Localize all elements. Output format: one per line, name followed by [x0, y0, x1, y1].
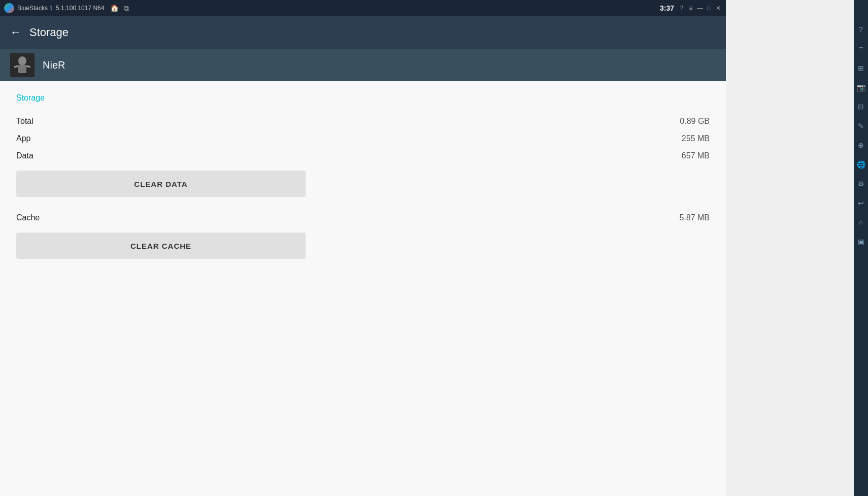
title-bar: BlueStacks 1 5.1.100.1017 N64 🏠 ⧉ 3:37 ?…	[0, 0, 726, 16]
total-value: 0.89 GB	[680, 117, 710, 126]
clear-cache-button[interactable]: CLEAR CACHE	[16, 233, 306, 259]
bluestacks-logo-icon	[4, 3, 14, 13]
back-button[interactable]: ←	[10, 26, 21, 39]
cache-row: Cache 5.87 MB	[16, 209, 710, 226]
app-info-bar: NieR	[0, 49, 726, 81]
minimize-button[interactable]: —	[696, 5, 704, 12]
maximize-button[interactable]: □	[706, 5, 713, 12]
data-value: 657 MB	[682, 151, 710, 160]
app-icon	[10, 53, 35, 77]
cache-value: 5.87 MB	[679, 213, 710, 222]
cache-section: Cache 5.87 MB CLEAR CACHE	[16, 209, 710, 259]
svg-line-3	[14, 66, 18, 67]
window-controls: ? ≡ — □ ✕	[678, 5, 722, 12]
app-header: ← Storage	[0, 16, 726, 49]
sidebar-help-icon[interactable]: ?	[854, 20, 868, 39]
total-label: Total	[16, 117, 34, 126]
cache-label: Cache	[16, 213, 40, 222]
sidebar-gear-icon[interactable]: ⚙	[854, 175, 868, 193]
close-button[interactable]: ✕	[715, 5, 722, 12]
app-icon-image	[10, 53, 35, 77]
svg-rect-2	[18, 65, 26, 73]
app-label: App	[16, 134, 30, 143]
sidebar-home-icon[interactable]: ○	[854, 213, 868, 232]
sidebar-grid-icon[interactable]: ⊞	[854, 59, 868, 77]
page-title: Storage	[29, 26, 69, 39]
help-button[interactable]: ?	[678, 5, 685, 12]
clock-display: 3:37	[660, 4, 674, 12]
sidebar-camera-icon[interactable]: 📷	[854, 78, 868, 96]
sidebar-menu-icon[interactable]: ≡	[854, 40, 868, 58]
section-title: Storage	[16, 93, 710, 103]
app-version: 5.1.100.1017 N64	[56, 5, 104, 12]
sidebar-layout-icon[interactable]: ⊟	[854, 97, 868, 116]
svg-point-1	[18, 56, 26, 65]
home-icon[interactable]: 🏠	[110, 4, 119, 12]
total-row: Total 0.89 GB	[16, 113, 710, 130]
sidebar-globe-icon[interactable]: 🌐	[854, 155, 868, 174]
sidebar-right: ? ≡ ⊞ 📷 ⊟ ✎ ⊕ 🌐 ⚙ ↩ ○ ▣	[854, 0, 868, 496]
copy-icon[interactable]: ⧉	[124, 4, 129, 13]
app-title: BlueStacks 1	[17, 5, 53, 12]
data-label: Data	[16, 151, 34, 160]
storage-content: Storage Total 0.89 GB App 255 MB Data 65…	[0, 81, 726, 496]
svg-line-4	[26, 66, 30, 67]
data-row: Data 657 MB	[16, 147, 710, 164]
title-bar-icons: 🏠 ⧉	[110, 4, 129, 13]
clear-data-button[interactable]: CLEAR DATA	[16, 171, 306, 197]
sidebar-add-icon[interactable]: ⊕	[854, 136, 868, 154]
sidebar-back-icon[interactable]: ↩	[854, 194, 868, 212]
app-row: App 255 MB	[16, 130, 710, 147]
sidebar-edit-icon[interactable]: ✎	[854, 117, 868, 135]
sidebar-recent-icon[interactable]: ▣	[854, 233, 868, 251]
menu-button[interactable]: ≡	[687, 5, 694, 12]
app-value: 255 MB	[682, 134, 710, 143]
app-logo: BlueStacks 1 5.1.100.1017 N64	[4, 3, 104, 13]
app-name-label: NieR	[43, 59, 65, 71]
main-area: ← Storage NieR Storage Total 0.89 GB	[0, 16, 726, 496]
